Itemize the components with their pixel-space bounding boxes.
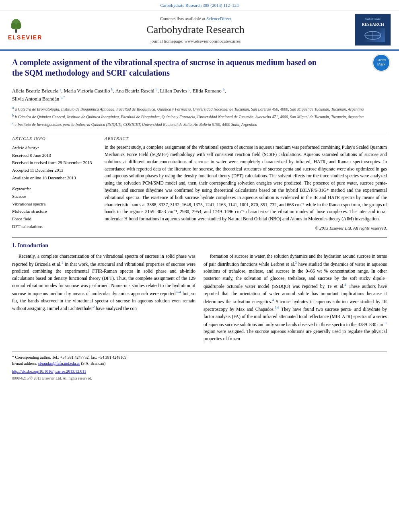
abstract-header: ABSTRACT [105, 136, 387, 142]
intro-col-right: formation of sucrose in water, the solut… [204, 253, 387, 346]
keyword-vibrational: Vibrational spectra [12, 200, 97, 208]
introduction-section: 1. Introduction Recently, a complete cha… [12, 242, 387, 345]
homepage-line: journal homepage: www.elsevier.com/locat… [52, 38, 339, 44]
article-info-col: ARTICLE INFO Article history: Received 8… [12, 136, 97, 232]
intro-columns: Recently, a complete characterization of… [12, 253, 387, 346]
corresponding-author: * Corresponding author. Tel.: +54 381 42… [12, 354, 387, 360]
intro-col-left: Recently, a complete characterization of… [12, 253, 195, 346]
svg-text:Cross: Cross [376, 58, 386, 62]
svg-rect-0 [15, 29, 17, 33]
keyword-dft: DFT calculations [12, 223, 97, 230]
info-abstract-section: ARTICLE INFO Article history: Received 8… [12, 136, 387, 232]
article-history: Article history: Received 8 June 2013 Re… [12, 144, 97, 181]
section-divider-1 [12, 132, 387, 132]
doi-link[interactable]: http://dx.doi.org/10.1016/j.carres.2013.… [12, 369, 86, 374]
article-body: A complete assignment of the vibrational… [0, 51, 399, 385]
footer-issn: 0008-6215/© 2013 Elsevier Ltd. All right… [12, 376, 387, 381]
authors: Alicia Beatriz Brizuela a, María Victori… [12, 87, 387, 103]
journal-logo: Carbohydrate RESEARCH [355, 14, 391, 46]
header-center: Contents lists available at ScienceDirec… [52, 16, 339, 44]
affiliations: a a Cátedra de Bromatología, Instituto d… [12, 105, 387, 128]
keywords-section: Keywords: Sucrose Vibrational spectra Mo… [12, 186, 97, 230]
section-title: 1. Introduction [12, 242, 387, 250]
svg-point-3 [16, 23, 21, 29]
abstract-col: ABSTRACT In the present study, a complet… [105, 136, 387, 232]
abstract-text: In the present study, a complete assignm… [105, 144, 387, 223]
journal-ref-text: Carbohydrate Research 388 (2014) 112–124 [160, 3, 239, 8]
intro-paragraph-1: Recently, a complete characterization of… [12, 253, 195, 312]
keyword-force: Force field [12, 215, 97, 223]
svg-text:Mark: Mark [377, 62, 385, 66]
footnote-area: * Corresponding author. Tel.: +54 381 42… [12, 351, 387, 366]
sciencedirect-link[interactable]: ScienceDirect [206, 16, 231, 21]
article-title: A complete assignment of the vibrational… [12, 57, 318, 78]
contents-line: Contents lists available at ScienceDirec… [52, 16, 339, 22]
keyword-sucrose: Sucrose [12, 193, 97, 200]
journal-logo-area: Carbohydrate RESEARCH [339, 14, 391, 46]
keyword-molecular: Molecular structure [12, 207, 97, 215]
email-link[interactable]: sbrandan@fafq.unt.edu.ar [38, 361, 80, 366]
intro-paragraph-2: formation of sucrose in water, the solut… [204, 253, 387, 343]
article-info-header: ARTICLE INFO [12, 136, 97, 142]
journal-reference: Carbohydrate Research 388 (2014) 112–124 [0, 0, 399, 10]
elsevier-logo: ELSEVIER [8, 18, 52, 42]
main-divider [12, 237, 387, 238]
email-line: E-mail address: sbrandan@fafq.unt.edu.ar… [12, 360, 387, 366]
copyright-line: © 2013 Elsevier Ltd. All rights reserved… [105, 225, 387, 231]
keywords-header: Keywords: [12, 186, 97, 192]
doi-line: http://dx.doi.org/10.1016/j.carres.2013.… [12, 369, 387, 374]
svg-point-2 [11, 23, 16, 29]
journal-title: Carbohydrate Research [52, 23, 339, 37]
journal-header: ELSEVIER Contents lists available at Sci… [0, 10, 399, 49]
crossmark-badge: Cross Mark [372, 53, 391, 74]
